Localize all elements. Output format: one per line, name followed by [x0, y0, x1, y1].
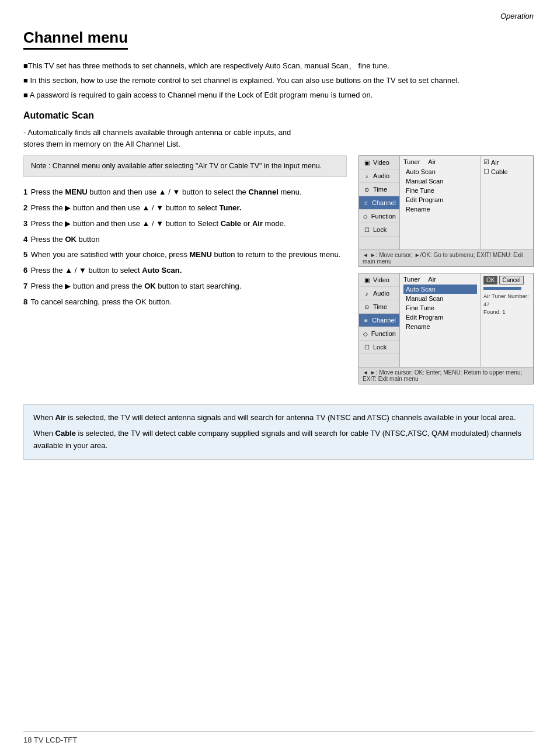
menu2-item-lock: ☐ Lock [359, 341, 399, 354]
menu2-item-time: ⊙ Time [359, 300, 399, 314]
option-finetune: Fine Tune [403, 186, 477, 195]
step-7: 7 Press the ▶ button and press the OK bu… [23, 280, 347, 293]
step-5: 5 When you are satisfied with your choic… [23, 249, 347, 261]
audio2-icon: ♪ [363, 289, 371, 297]
step-4: 4 Press the OK button [23, 234, 347, 246]
menu2-item-function: ◇ Function [359, 327, 399, 341]
function-icon: ◇ [363, 212, 369, 220]
step-8: 8 To cancel searching, press the OK butt… [23, 296, 347, 308]
diagram1-right: ☑ Air ☐ Cable [481, 156, 533, 249]
info-line2: When Cable is selected, the TV will dete… [33, 428, 524, 452]
step-3: 3 Press the ▶ button and then use ▲ / ▼ … [23, 218, 347, 230]
diagrams: ▣ Video ♪ Audio ⊙ Time ≡ [358, 155, 534, 390]
info-box: When Air is selected, the TV will detect… [23, 404, 534, 459]
step-2: 2 Press the ▶ button and then use ▲ / ▼ … [23, 202, 347, 214]
header: Operation [23, 12, 534, 23]
scan-progress-label: Air Tuner Number: 47 [483, 292, 531, 308]
option-autoscan: Auto Scan [403, 167, 477, 176]
channel2-icon: ≡ [363, 316, 370, 324]
main-content: Note : Channel menu only available after… [23, 155, 534, 390]
option2-finetune: Fine Tune [403, 303, 477, 313]
header-title: Operation [500, 12, 534, 20]
menu-item-audio: ♪ Audio [359, 169, 399, 183]
ok-button[interactable]: OK [483, 276, 497, 285]
diagram2-inner: ▣ Video ♪ Audio ⊙ Time ≡ [359, 273, 533, 367]
video-icon: ▣ [363, 158, 371, 167]
scan-btn-row: OK Cancel [483, 276, 531, 285]
option2-rename: Rename [403, 322, 477, 331]
note-box: Note : Channel menu only available after… [23, 155, 347, 177]
menu2-item-audio: ♪ Audio [359, 287, 399, 300]
intro-text: ■This TV set has three methods to set ch… [23, 60, 534, 101]
step-1: 1 Press the MENU button and then use ▲ /… [23, 186, 347, 199]
page-footer: 18 TV LCD-TFT [23, 731, 534, 744]
cable-checkbox-unchecked: ☐ [483, 168, 489, 175]
menu2-item-video: ▣ Video [359, 273, 399, 287]
option2-manualscan: Manual Scan [403, 294, 477, 303]
scan-info: Air Tuner Number: 47 Found: 1 [483, 292, 531, 315]
menu-item-video: ▣ Video [359, 156, 399, 169]
diagram1-menu: ▣ Video ♪ Audio ⊙ Time ≡ [359, 156, 400, 249]
step-6: 6 Press the ▲ / ▼ button to select Auto … [23, 265, 347, 277]
option-rename: Rename [403, 204, 477, 214]
menu-item-function: ◇ Function [359, 210, 399, 223]
menu-item-lock: ☐ Lock [359, 223, 399, 237]
audio-icon: ♪ [363, 172, 371, 180]
diagram1-footer: ◄ ►: Move cursor; ►/OK: Go to submenu; E… [359, 249, 533, 266]
air-checkbox-row: ☑ Air [483, 158, 531, 166]
channel-icon: ≡ [363, 199, 370, 207]
diagram2-menu: ▣ Video ♪ Audio ⊙ Time ≡ [359, 273, 400, 367]
intro-line3: ■ A password is required to gain access … [23, 89, 534, 102]
diagram2-footer: ◄ ►: Move cursor; OK: Enter; MENU: Retur… [359, 367, 533, 384]
info-line1: When Air is selected, the TV will detect… [33, 412, 524, 424]
menu-item-time: ⊙ Time [359, 183, 399, 196]
option2-editprogram: Edit Program [403, 313, 477, 322]
tuner2-row: Tuner Air [403, 276, 477, 283]
time2-icon: ⊙ [363, 303, 371, 311]
section-title: Automatic Scan [23, 110, 534, 121]
scan-found-label: Found: 1 [483, 308, 531, 315]
section-subtitle: - Automatically finds all channels avail… [23, 127, 534, 150]
option-manualscan: Manual Scan [403, 176, 477, 186]
note-text: Note : Channel menu only available after… [31, 162, 322, 170]
diagram2: ▣ Video ♪ Audio ⊙ Time ≡ [358, 273, 534, 384]
intro-line1: ■This TV set has three methods to set ch… [23, 60, 534, 72]
page: Operation Channel menu ■This TV set has … [0, 0, 557, 483]
menu-item-channel: ≡ Channel [359, 196, 399, 210]
option2-autoscan: Auto Scan [403, 285, 477, 294]
diagram2-options: Tuner Air Auto Scan Manual Scan Fine Tun… [400, 273, 481, 367]
tuner-row: Tuner Air [403, 158, 477, 165]
diagram2-right: OK Cancel Air Tuner Number: 47 Found: 1 [481, 273, 533, 367]
cancel-button[interactable]: Cancel [499, 276, 523, 285]
lock2-icon: ☐ [363, 343, 371, 351]
scan-progress-bar [483, 287, 521, 290]
cable-checkbox-row: ☐ Cable [483, 168, 531, 175]
diagram1-options: Tuner Air Auto Scan Manual Scan Fine Tun… [400, 156, 481, 249]
diagram1: ▣ Video ♪ Audio ⊙ Time ≡ [358, 155, 534, 267]
page-title: Channel menu [23, 29, 128, 50]
air-checkbox-checked: ☑ [483, 158, 489, 166]
time-icon: ⊙ [363, 185, 371, 193]
intro-line2: ■ In this section, how to use the remote… [23, 75, 534, 87]
option-editprogram: Edit Program [403, 195, 477, 204]
menu2-item-channel: ≡ Channel [359, 314, 399, 327]
function2-icon: ◇ [363, 330, 369, 338]
instructions: Note : Channel menu only available after… [23, 155, 347, 311]
lock-icon: ☐ [363, 226, 371, 234]
video2-icon: ▣ [363, 276, 371, 284]
footer-label: 18 TV LCD-TFT [23, 736, 77, 744]
diagram1-inner: ▣ Video ♪ Audio ⊙ Time ≡ [359, 156, 533, 249]
